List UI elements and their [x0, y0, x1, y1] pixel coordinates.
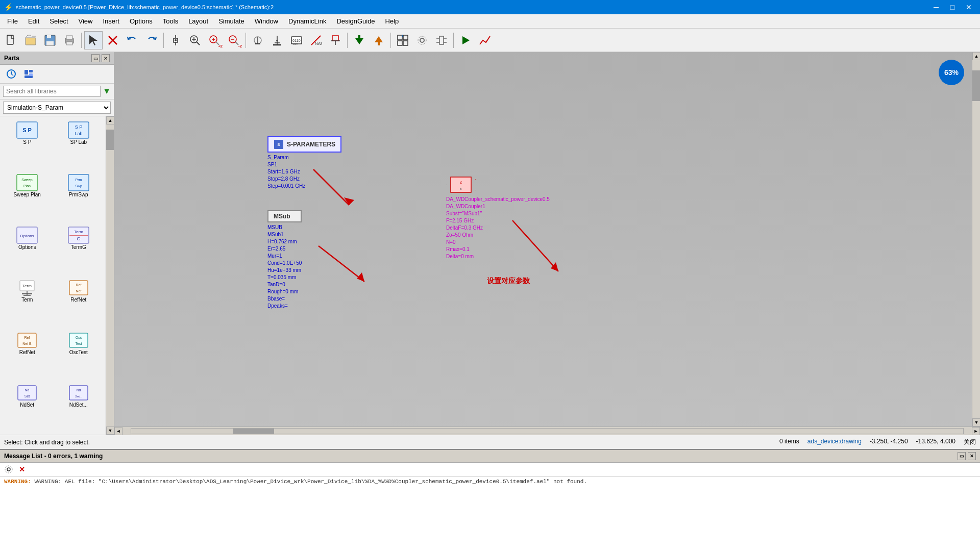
msub-component[interactable]: MSub MSUB MSub1 H=0.762 mm Er=2.65 Mur=1…: [267, 210, 302, 310]
msub-p3: Er=2.65: [267, 245, 302, 253]
part-splab[interactable]: S PLab SP Lab: [54, 118, 104, 170]
zoom-in-button[interactable]: +2: [205, 31, 224, 49]
v-scroll-up-button[interactable]: ▲: [972, 52, 980, 60]
coupler-instance: DA_WDCoupler1: [446, 203, 550, 210]
svg-marker-111: [357, 272, 364, 282]
zoom-out-button[interactable]: -2: [225, 31, 243, 49]
parts-scroll-thumb[interactable]: [106, 130, 114, 150]
svg-text:Sweep: Sweep: [22, 178, 33, 182]
open-button[interactable]: [21, 31, 40, 49]
part-prmsw[interactable]: PrmSwp PrmSwp: [54, 171, 104, 222]
part-refnet-b[interactable]: RefNet B RefNet: [2, 329, 53, 380]
h-scroll-thumb[interactable]: [233, 429, 274, 434]
print-button[interactable]: [60, 31, 79, 49]
part-sp[interactable]: S P S P: [2, 118, 53, 170]
svg-text:S P: S P: [75, 124, 82, 130]
ground-button[interactable]: [249, 31, 267, 49]
parts-close-button[interactable]: ✕: [102, 54, 110, 62]
part-termg[interactable]: TermG TermG: [54, 223, 104, 275]
menu-layout[interactable]: Layout: [183, 15, 213, 27]
part-sweep-label: Sweep Plan: [14, 192, 41, 197]
v-scroll-thumb[interactable]: [972, 70, 980, 101]
zoom-button[interactable]: [186, 31, 204, 49]
coupler-component[interactable]: · ≤ 5 · · DA_WDCo: [446, 174, 550, 260]
up-arrow-button[interactable]: [370, 31, 388, 49]
parts-restore-button[interactable]: ▭: [91, 54, 100, 62]
name-button[interactable]: NAME: [307, 31, 325, 49]
sim-settings-button[interactable]: [413, 31, 431, 49]
svg-rect-7: [66, 36, 72, 39]
s-param-component[interactable]: S S-PARAMETERS S_Param SP1 Start=1.6 GHz…: [267, 136, 341, 190]
pin-button[interactable]: [326, 31, 345, 49]
part-termg-label: TermG: [71, 244, 86, 250]
part-ndset[interactable]: NdSet NdSet: [2, 381, 53, 433]
grid-button[interactable]: [394, 31, 412, 49]
status-bar-right: 0 items ads_device:drawing -3.250, -4.25…: [779, 438, 976, 446]
status-text: Select: Click and drag to select.: [4, 439, 90, 446]
menu-options[interactable]: Options: [125, 15, 158, 27]
chart-button[interactable]: [476, 31, 494, 49]
filter-icon[interactable]: ▼: [103, 87, 111, 96]
message-close-button[interactable]: ✕: [968, 452, 976, 460]
new-button[interactable]: [2, 31, 20, 49]
menu-designguide[interactable]: DesignGuide: [331, 15, 380, 27]
msub-params: MSUB MSub1 H=0.762 mm Er=2.65 Mur=1 Cond…: [267, 224, 302, 310]
close-button[interactable]: ✕: [962, 0, 976, 14]
part-term[interactable]: Term Term: [2, 276, 53, 328]
parts-scroll-down[interactable]: ▼: [106, 427, 114, 435]
search-input[interactable]: [3, 86, 101, 97]
v-scroll-down-button[interactable]: ▼: [972, 418, 980, 427]
menu-simulate[interactable]: Simulate: [213, 15, 250, 27]
menu-view[interactable]: View: [74, 15, 98, 27]
select-tool-button[interactable]: [84, 31, 103, 49]
redo-button[interactable]: [142, 31, 161, 49]
message-clear-button[interactable]: ✕: [16, 464, 28, 475]
menu-insert[interactable]: Insert: [97, 15, 125, 27]
maximize-button[interactable]: □: [945, 0, 960, 14]
menu-dynamiclink[interactable]: DynamicLink: [283, 15, 331, 27]
h-scroll-left-button[interactable]: ◄: [114, 427, 122, 435]
menu-select[interactable]: Select: [44, 15, 73, 27]
parts-history-button[interactable]: [21, 67, 36, 81]
warning-label: WARNING:: [4, 479, 31, 485]
title-bar: ⚡ schematic_power_device0.5 [Power_Divic…: [0, 0, 980, 14]
wire-tool-button[interactable]: [166, 31, 185, 49]
var-button[interactable]: 0110VAR: [287, 31, 306, 49]
part-refnet[interactable]: RefNet RefNet: [54, 276, 104, 328]
save-button[interactable]: [41, 31, 59, 49]
library-dropdown[interactable]: Simulation-S_Param: [3, 102, 111, 114]
minimize-button[interactable]: ─: [929, 0, 943, 14]
msub-label: MSub: [274, 213, 290, 220]
delete-button[interactable]: [104, 31, 122, 49]
svg-text:Term: Term: [74, 230, 83, 234]
part-osctest[interactable]: OscTest OscTest: [54, 329, 104, 380]
part-sweep[interactable]: SweepPlan Sweep Plan: [2, 171, 53, 222]
menu-tools[interactable]: Tools: [158, 15, 183, 27]
menu-help[interactable]: Help: [380, 15, 404, 27]
part-ndset-label: NdSet: [20, 402, 34, 408]
part-ndset2[interactable]: NdSet... NdSet...: [54, 381, 104, 433]
run-button[interactable]: [456, 31, 475, 49]
parts-scroll-up[interactable]: ▲: [106, 116, 114, 124]
component-button[interactable]: [432, 31, 451, 49]
undo-button[interactable]: [123, 31, 141, 49]
part-options[interactable]: Options Options: [2, 223, 53, 275]
down-arrow-button[interactable]: [350, 31, 369, 49]
message-restore-button[interactable]: ▭: [958, 452, 966, 460]
part-sweep-icon: SweepPlan: [16, 173, 38, 192]
parts-browse-button[interactable]: [4, 67, 18, 81]
menu-file[interactable]: File: [2, 15, 23, 27]
svg-text:Nd: Nd: [25, 388, 30, 392]
message-settings-button[interactable]: [3, 464, 14, 475]
svg-rect-74: [68, 174, 89, 191]
toolbar-separator-1: [81, 33, 82, 48]
schematic-canvas-area[interactable]: S S-PARAMETERS S_Param SP1 Start=1.6 GHz…: [114, 52, 972, 427]
menu-edit[interactable]: Edit: [23, 15, 44, 27]
ground2-button[interactable]: [268, 31, 286, 49]
h-scroll-right-button[interactable]: ►: [972, 427, 980, 435]
menu-window[interactable]: Window: [250, 15, 283, 27]
svg-marker-113: [551, 262, 558, 271]
toolbar-separator-3: [246, 33, 246, 48]
coupler-p4: N=0: [446, 239, 550, 246]
svg-rect-39: [332, 36, 338, 41]
